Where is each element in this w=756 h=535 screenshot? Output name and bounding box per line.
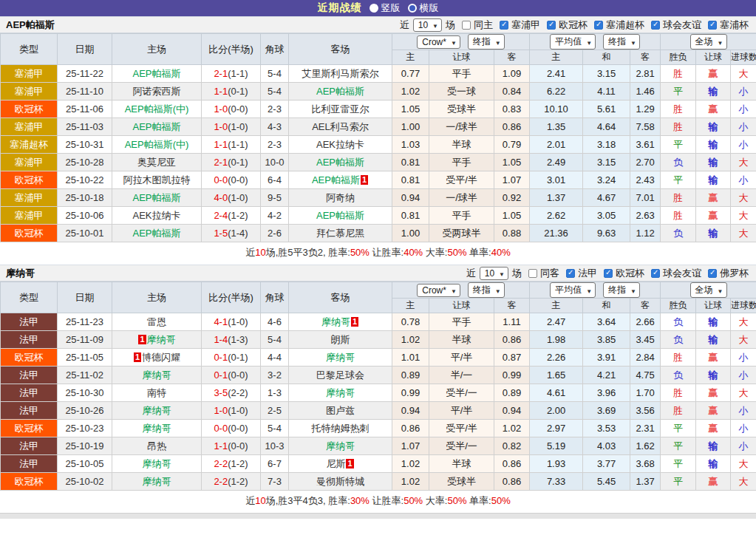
result-winloss: 平 — [661, 437, 696, 455]
col-header: 主场 — [112, 282, 202, 313]
match-date: 25-11-22 — [58, 65, 112, 83]
avg-away: 4.75 — [630, 367, 661, 384]
view-option-horizontal[interactable]: 横版 — [408, 1, 439, 15]
chevron-down-icon — [495, 37, 501, 47]
avg-home: 2.62 — [530, 207, 583, 225]
league-checkbox[interactable] — [651, 21, 660, 30]
match-score: 0-0(0-0) — [202, 420, 261, 437]
match-type-badge: 法甲 — [1, 402, 58, 420]
sections-container: AEP帕福斯近10场同主塞浦甲欧冠杯塞浦超杯球会友谊塞浦杯类型日期主场比分(半场… — [0, 16, 756, 513]
full-time-score: 2-1 — [214, 157, 228, 168]
result-winloss: 平 — [661, 83, 696, 100]
league-label: 塞浦超杯 — [606, 18, 644, 32]
match-row: 欧冠杯25-10-22阿拉木图凯拉特0-0(0-0)6-4AEP帕福斯10.81… — [1, 171, 756, 189]
odds-away: 1.07 — [494, 171, 530, 189]
half-time-score: (1-0) — [228, 405, 248, 416]
match-type-badge: 法甲 — [1, 367, 58, 384]
home-team: 奥莫尼亚 — [112, 154, 202, 171]
match-score: 1-1(0-0) — [202, 437, 261, 455]
league-checkbox[interactable] — [604, 269, 613, 278]
match-date: 25-10-23 — [58, 420, 112, 437]
home-team-name: 摩纳哥 — [147, 334, 176, 345]
avg-draw: 5.61 — [583, 100, 630, 118]
chevron-down-icon — [432, 20, 438, 30]
avg-draw: 4.21 — [583, 367, 630, 384]
match-row: 法甲25-11-02摩纳哥0-1(0-0)3-2巴黎足球会0.89半/一0.99… — [1, 367, 756, 384]
home-team: AEP帕福斯(中) — [112, 136, 202, 154]
match-date: 25-11-09 — [58, 331, 112, 349]
odds-home: 0.78 — [392, 313, 429, 331]
match-row: 塞浦甲25-11-22AEP帕福斯2-1(1-1)5-4艾里斯利马斯索尔0.77… — [1, 65, 756, 83]
match-score: 4-0(1-0) — [202, 189, 261, 207]
col-header: 类型 — [1, 282, 58, 313]
home-team-name: 摩纳哥 — [143, 369, 171, 381]
match-score: 0-0(0-0) — [202, 171, 261, 189]
home-team: 摩纳哥 — [112, 420, 202, 437]
match-date: 25-11-02 — [58, 367, 112, 384]
radio-selected-icon[interactable] — [370, 4, 378, 13]
avg-dropdowns: 平均值终指 — [530, 282, 660, 298]
result-handicap: 赢 — [696, 65, 731, 83]
half-time-score: (0-0) — [228, 174, 248, 185]
corner-count: 4-3 — [261, 118, 289, 136]
odds-source-select[interactable]: Crow* — [417, 35, 460, 49]
home-team: AEP帕福斯 — [112, 225, 202, 242]
view-option-vertical[interactable]: 竖版 — [370, 1, 401, 15]
league-checkbox[interactable] — [566, 269, 575, 278]
avg-source-select[interactable]: 平均值 — [550, 34, 596, 50]
match-row: 塞浦甲25-10-28奥莫尼亚2-1(0-1)10-0AEP帕福斯0.81平手1… — [1, 154, 756, 171]
recent-count-select[interactable]: 10 — [413, 18, 442, 32]
avg-home: 1.93 — [530, 455, 583, 473]
team-section-header: AEP帕福斯近10场同主塞浦甲欧冠杯塞浦超杯球会友谊塞浦杯 — [0, 16, 756, 33]
handicap-line: 受一球 — [429, 83, 494, 100]
league-checkbox[interactable] — [708, 269, 717, 278]
scope-select[interactable]: 全场 — [690, 282, 727, 298]
home-team: 南特 — [112, 384, 202, 402]
odds-period-select[interactable]: 终指 — [468, 282, 505, 298]
handicap-line: 半球 — [429, 455, 494, 473]
avg-home: 2.49 — [530, 154, 583, 171]
avg-draw: 3.53 — [583, 420, 630, 437]
same-venue-label: 同客 — [540, 267, 559, 280]
sub-col-header: 胜负 — [661, 50, 696, 65]
same-venue-checkbox[interactable] — [528, 269, 537, 278]
corner-count: 6-7 — [261, 455, 289, 473]
footer-strip — [0, 513, 756, 519]
avg-home: 2.26 — [530, 349, 583, 367]
avg-period-select[interactable]: 终指 — [603, 34, 640, 50]
league-checkbox[interactable] — [594, 21, 603, 30]
odds-away: 0.87 — [494, 349, 530, 367]
match-date: 25-10-30 — [58, 384, 112, 402]
summary-part: 50% — [491, 495, 511, 506]
avg-source-select[interactable]: 平均值 — [550, 282, 596, 298]
summary-part: 让胜率: — [370, 495, 403, 506]
league-checkbox[interactable] — [500, 21, 508, 30]
league-checkbox[interactable] — [547, 21, 556, 30]
results-table: 类型日期主场比分(半场)角球客场Crow*终指平均值终指全场主让球客主和客胜负让… — [0, 282, 756, 491]
handicap-line: 平手 — [429, 154, 494, 171]
scope-select[interactable]: 全场 — [690, 34, 727, 50]
avg-away: 1.46 — [630, 83, 661, 100]
away-team: 托特纳姆热刺 — [289, 420, 392, 437]
odds-period-select[interactable]: 终指 — [468, 34, 505, 50]
away-team-name: AEP帕福斯 — [316, 86, 364, 97]
odds-home: 0.81 — [392, 171, 429, 189]
recent-count-select[interactable]: 10 — [480, 267, 508, 280]
avg-home: 2.01 — [530, 136, 583, 154]
league-checkbox[interactable] — [651, 269, 660, 278]
league-checkbox[interactable] — [708, 21, 717, 30]
corner-count: 2-3 — [261, 100, 289, 118]
radio-unselected-icon[interactable] — [408, 4, 417, 13]
chevron-down-icon — [630, 285, 636, 296]
full-time-score: 2-1 — [214, 68, 228, 79]
odds-source-select[interactable]: Crow* — [417, 284, 460, 297]
home-team: 1摩纳哥 — [112, 331, 202, 349]
summary-part: 近 — [245, 495, 255, 506]
avg-period-select[interactable]: 终指 — [603, 282, 640, 298]
match-score: 1-0(0-0) — [202, 100, 261, 118]
match-score: 2-4(1-2) — [202, 207, 261, 225]
odds-home: 0.89 — [392, 367, 429, 384]
result-handicap: 输 — [696, 331, 731, 349]
result-winloss: 平 — [661, 473, 696, 491]
same-venue-checkbox[interactable] — [462, 21, 471, 30]
